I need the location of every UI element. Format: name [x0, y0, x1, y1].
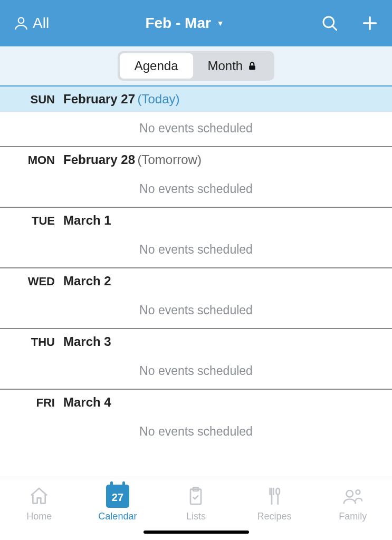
- filter-label: All: [33, 15, 49, 32]
- search-icon: [321, 14, 339, 32]
- day-section: SUNFebruary 27 (Today)No events schedule…: [0, 86, 392, 147]
- no-events-text: No events scheduled: [0, 172, 392, 207]
- tab-calendar-label: Calendar: [98, 511, 137, 522]
- day-of-week: FRI: [0, 396, 63, 410]
- day-section: TUEMarch 1No events scheduled: [0, 208, 392, 268]
- family-icon: [340, 484, 366, 509]
- agenda-list[interactable]: SUNFebruary 27 (Today)No events schedule…: [0, 86, 392, 477]
- no-events-text: No events scheduled: [0, 233, 392, 267]
- day-date: March 1: [63, 213, 111, 227]
- home-indicator: [144, 531, 249, 534]
- svg-point-0: [18, 17, 24, 23]
- day-date-wrap: March 2: [63, 274, 111, 288]
- agenda-label: Agenda: [135, 59, 178, 73]
- top-header: All Feb - Mar ▼: [0, 0, 392, 46]
- clipboard-icon: [183, 484, 208, 509]
- filter-button[interactable]: All: [13, 15, 49, 32]
- day-date-wrap: March 4: [63, 395, 111, 410]
- day-of-week: MON: [0, 153, 63, 167]
- tab-lists[interactable]: Lists: [164, 484, 227, 522]
- day-date-wrap: March 3: [63, 334, 111, 349]
- utensils-icon: [262, 484, 287, 509]
- no-events-text: No events scheduled: [0, 112, 392, 146]
- lock-icon: [247, 60, 257, 72]
- no-events-text: No events scheduled: [0, 415, 392, 449]
- tab-home[interactable]: Home: [7, 484, 71, 522]
- calendar-icon: 27: [105, 484, 130, 509]
- day-header[interactable]: WEDMarch 2: [0, 268, 392, 294]
- date-range-title: Feb - Mar: [145, 15, 211, 32]
- view-option-agenda[interactable]: Agenda: [120, 53, 193, 79]
- day-section: WEDMarch 2No events scheduled: [0, 268, 392, 329]
- header-actions: [320, 14, 379, 33]
- day-date: February 27: [63, 92, 135, 106]
- day-of-week: THU: [0, 335, 63, 349]
- day-date: March 2: [63, 274, 111, 288]
- no-events-text: No events scheduled: [0, 354, 392, 389]
- tab-family[interactable]: Family: [321, 484, 385, 522]
- day-section: MONFebruary 28 (Tomorrow)No events sched…: [0, 147, 392, 208]
- svg-point-8: [346, 490, 353, 497]
- month-label: Month: [208, 59, 243, 73]
- day-section: FRIMarch 4No events scheduled: [0, 390, 392, 449]
- bottom-tab-bar: Home 27 Calendar Lists Recipes Family: [0, 477, 392, 540]
- tab-recipes[interactable]: Recipes: [243, 484, 306, 522]
- day-of-week: SUN: [0, 93, 63, 107]
- home-icon: [26, 484, 52, 509]
- day-date-wrap: March 1: [63, 213, 111, 228]
- chevron-down-icon: ▼: [217, 19, 224, 27]
- date-range-selector[interactable]: Feb - Mar ▼: [145, 15, 224, 32]
- segmented-control: Agenda Month: [118, 51, 274, 81]
- tab-recipes-label: Recipes: [257, 511, 292, 522]
- svg-rect-5: [249, 65, 255, 70]
- svg-line-2: [332, 26, 337, 30]
- day-date: March 3: [63, 334, 111, 349]
- svg-point-9: [356, 490, 360, 494]
- day-date-wrap: February 28 (Tomorrow): [63, 152, 202, 167]
- day-date: March 4: [63, 395, 111, 409]
- day-of-week: TUE: [0, 214, 63, 228]
- view-option-month[interactable]: Month: [193, 53, 273, 79]
- day-header[interactable]: THUMarch 3: [0, 329, 392, 354]
- day-relative-label: (Today): [138, 92, 180, 106]
- search-button[interactable]: [320, 14, 339, 33]
- tab-calendar[interactable]: 27 Calendar: [86, 484, 149, 522]
- day-header[interactable]: MONFebruary 28 (Tomorrow): [0, 147, 392, 172]
- tab-home-label: Home: [26, 511, 52, 522]
- day-date: February 28: [63, 152, 135, 167]
- day-header[interactable]: SUNFebruary 27 (Today): [0, 86, 392, 112]
- tab-family-label: Family: [339, 511, 367, 522]
- day-section: THUMarch 3No events scheduled: [0, 329, 392, 390]
- view-toggle-bar: Agenda Month: [0, 46, 392, 86]
- person-icon: [13, 15, 30, 32]
- day-relative-label: (Tomorrow): [138, 152, 202, 167]
- calendar-day-number: 27: [112, 491, 123, 504]
- day-header[interactable]: FRIMarch 4: [0, 390, 392, 415]
- no-events-text: No events scheduled: [0, 294, 392, 328]
- tab-lists-label: Lists: [186, 511, 206, 522]
- day-of-week: WED: [0, 275, 63, 288]
- day-date-wrap: February 27 (Today): [63, 92, 180, 107]
- day-header[interactable]: TUEMarch 1: [0, 208, 392, 233]
- add-button[interactable]: [360, 14, 379, 33]
- plus-icon: [361, 14, 379, 32]
